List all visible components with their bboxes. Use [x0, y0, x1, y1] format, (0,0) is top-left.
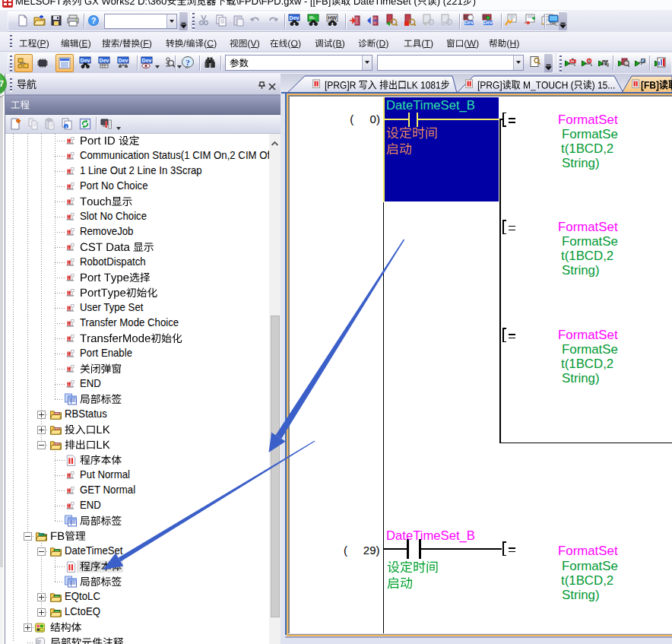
svg-text:7: 7	[0, 79, 4, 88]
svg-text:Dev: Dev	[464, 20, 474, 25]
svg-text:HW: HW	[328, 15, 337, 21]
svg-text:?: ?	[185, 58, 190, 67]
svg-text:Dev: Dev	[142, 58, 152, 63]
svg-text:Dev: Dev	[290, 15, 300, 21]
svg-text:Dev: Dev	[100, 58, 109, 63]
svg-text:Dev: Dev	[483, 20, 493, 25]
svg-text:Dev: Dev	[119, 58, 128, 63]
svg-text:Dev: Dev	[81, 58, 90, 63]
svg-text:?: ?	[91, 16, 97, 25]
